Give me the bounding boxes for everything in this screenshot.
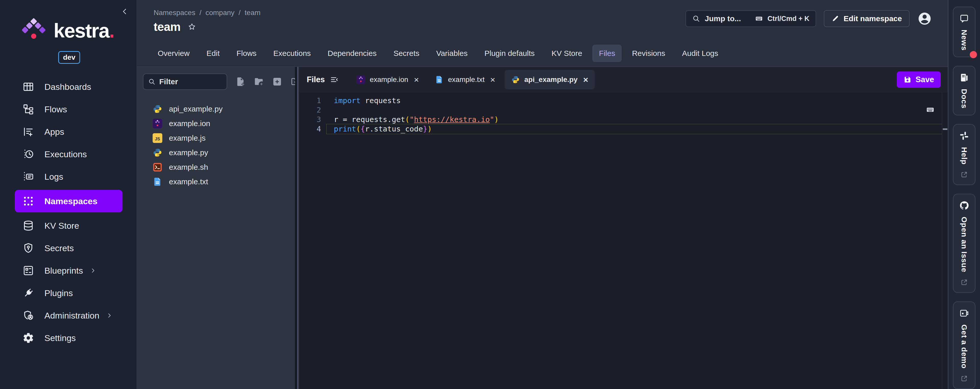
tree-item-example-ion[interactable]: example.ion	[143, 116, 295, 131]
tab-variables[interactable]: Variables	[430, 45, 474, 62]
tree-item-example-py[interactable]: example.py	[143, 145, 295, 160]
rail-card-help[interactable]: Help	[953, 124, 975, 185]
tab-flows[interactable]: Flows	[230, 45, 263, 62]
sidebar-item-namespaces[interactable]: Namespaces	[15, 190, 123, 212]
edit-namespace-button[interactable]: Edit namespace	[824, 10, 910, 27]
external-link-icon	[960, 279, 968, 286]
tab-audit-logs[interactable]: Audit Logs	[675, 45, 725, 62]
sidebar-item-blueprints[interactable]: Blueprints	[15, 259, 123, 282]
rail-card-label: Get a demo	[960, 324, 969, 368]
jump-to-label: Jump to...	[705, 14, 741, 23]
dashboards-icon	[22, 81, 34, 92]
svg-text:JS: JS	[155, 136, 160, 141]
editor: Files example.ion×example.txt×api_exampl…	[300, 67, 948, 389]
sidebar-item-label: Settings	[45, 333, 76, 343]
tab-overview[interactable]: Overview	[151, 45, 196, 62]
save-label: Save	[916, 75, 934, 84]
env-badge: dev	[58, 51, 80, 64]
blueprints-icon	[22, 265, 34, 276]
sidebar-item-logs[interactable]: Logs	[15, 166, 123, 188]
tab-plugin-defaults[interactable]: Plugin defaults	[478, 45, 541, 62]
file-name: api_example.py	[169, 105, 223, 113]
sidebar-item-label: KV Store	[45, 221, 79, 231]
code-lines: import requestsr = requests.get("https:/…	[334, 96, 932, 134]
editor-tab-label: example.txt	[448, 75, 485, 84]
sidebar-item-dashboards[interactable]: Dashboards	[15, 75, 123, 98]
save-button[interactable]: Save	[897, 72, 941, 88]
pencil-icon	[832, 15, 839, 22]
rail-card-open-an-issue[interactable]: Open an Issue	[953, 194, 975, 293]
tab-edit[interactable]: Edit	[200, 45, 226, 62]
github-icon	[959, 200, 969, 210]
rail-card-label: Docs	[960, 89, 969, 108]
editor-ruler	[942, 92, 942, 389]
sidebar-item-plugins[interactable]: Plugins	[15, 282, 123, 304]
kvstore-icon	[22, 220, 34, 231]
tab-revisions[interactable]: Revisions	[625, 45, 672, 62]
tab-kv-store[interactable]: KV Store	[545, 45, 589, 62]
close-tab-icon[interactable]: ×	[414, 75, 419, 84]
search-icon	[148, 78, 156, 86]
editor-files-label-text: Files	[307, 75, 325, 84]
chevron-right-icon	[89, 267, 96, 274]
file-js-icon: JS	[153, 133, 162, 143]
help-rail: NewsDocsHelpOpen an IssueGet a demo	[948, 0, 980, 389]
rail-card-docs[interactable]: Docs	[953, 66, 975, 115]
sidebar-item-settings[interactable]: Settings	[15, 327, 123, 349]
editor-tab-example-txt[interactable]: example.txt×	[428, 70, 502, 89]
administration-icon	[22, 309, 34, 321]
new-folder-button[interactable]	[254, 77, 264, 87]
sidebar-item-label: Executions	[45, 149, 87, 159]
editor-tab-example-ion[interactable]: example.ion×	[350, 70, 426, 89]
breadcrumb-separator: /	[199, 9, 201, 17]
editor-tabs: example.ion×example.txt×api_example.py×	[350, 70, 595, 89]
flows-icon	[22, 104, 34, 115]
tree-item-example-sh[interactable]: example.sh	[143, 160, 295, 174]
breadcrumb-item-company[interactable]: company	[205, 9, 234, 17]
namespaces-icon	[22, 195, 34, 207]
add-button[interactable]	[272, 77, 282, 87]
tab-files[interactable]: Files	[592, 45, 622, 62]
sidebar-item-apps[interactable]: Apps	[15, 121, 123, 143]
panel-resize-handle[interactable]	[295, 67, 300, 389]
favorite-star-icon[interactable]	[188, 22, 196, 31]
external-link-icon	[960, 171, 968, 179]
namespace-tabs: OverviewEditFlowsExecutionsDependenciesS…	[137, 40, 948, 66]
new-file-button[interactable]	[235, 77, 245, 87]
tree-item-example-txt[interactable]: example.txt	[143, 174, 295, 189]
tree-item-api-example-py[interactable]: api_example.py	[143, 102, 295, 116]
tree-item-example-js[interactable]: JSexample.js	[143, 131, 295, 145]
rail-card-news[interactable]: News	[953, 6, 975, 57]
code-line-1: import requests	[334, 96, 932, 105]
external-link-icon	[960, 375, 968, 383]
edit-namespace-label: Edit namespace	[844, 14, 902, 23]
toggle-file-tree-icon[interactable]	[330, 75, 339, 84]
filter-row	[143, 73, 295, 90]
tab-dependencies[interactable]: Dependencies	[321, 45, 383, 62]
search-icon	[692, 14, 700, 23]
filter-input[interactable]	[159, 77, 222, 86]
close-tab-icon[interactable]: ×	[490, 75, 495, 84]
sidebar-item-executions[interactable]: Executions	[15, 143, 123, 166]
rail-card-get-a-demo[interactable]: Get a demo	[953, 301, 975, 389]
page-title: team	[154, 20, 180, 34]
file-name: example.txt	[169, 177, 208, 186]
sidebar-item-flows[interactable]: Flows	[15, 98, 123, 121]
editor-tab-api-example-py[interactable]: api_example.py×	[504, 70, 595, 89]
close-tab-icon[interactable]: ×	[583, 75, 588, 84]
jump-to-search[interactable]: Jump to... Ctrl/Cmd + K	[686, 10, 816, 27]
tab-secrets[interactable]: Secrets	[387, 45, 426, 62]
file-name: example.py	[169, 148, 208, 157]
sidebar-item-secrets[interactable]: Secrets	[15, 237, 123, 259]
user-avatar[interactable]	[917, 11, 932, 26]
sidebar-collapse-icon[interactable]	[121, 7, 129, 16]
tab-executions[interactable]: Executions	[267, 45, 318, 62]
code-editor[interactable]: 1234 import requestsr = requests.get("ht…	[300, 92, 948, 389]
file-text-icon	[153, 177, 162, 187]
plugins-icon	[22, 287, 34, 299]
breadcrumb-separator: /	[239, 9, 241, 17]
notification-dot	[970, 51, 977, 58]
sidebar-item-administration[interactable]: Administration	[15, 304, 123, 327]
breadcrumb-item-namespaces[interactable]: Namespaces	[154, 9, 195, 17]
sidebar-item-kv-store[interactable]: KV Store	[15, 214, 123, 237]
